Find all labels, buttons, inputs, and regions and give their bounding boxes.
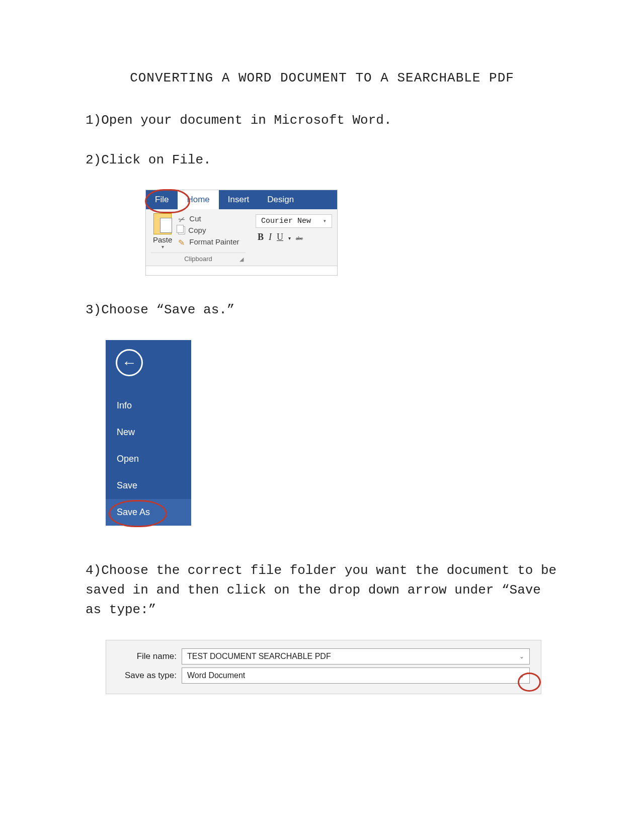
- step-4: 4)Choose the correct file folder you wan…: [86, 561, 558, 620]
- backstage-save-as-label: Save As: [117, 507, 150, 517]
- backstage-save-as[interactable]: Save As: [106, 499, 191, 526]
- paste-button[interactable]: Paste ▾: [151, 213, 174, 249]
- save-dialog-screenshot: File name: TEST DOCUMENT SEARCHABLE PDF …: [106, 640, 541, 694]
- tab-file-label: File: [155, 195, 169, 205]
- tab-file[interactable]: File: [146, 190, 178, 209]
- step-3: 3)Choose “Save as.”: [86, 300, 558, 320]
- file-name-field[interactable]: TEST DOCUMENT SEARCHABLE PDF ⌄: [182, 648, 530, 664]
- font-name-value: Courier New: [261, 217, 311, 225]
- paste-label: Paste: [153, 235, 172, 244]
- ribbon-tabs: File Home Insert Design: [146, 190, 337, 209]
- copy-icon: [178, 226, 185, 234]
- backstage-menu-screenshot: ← Info New Open Save Save As: [106, 340, 191, 526]
- back-arrow-button[interactable]: ←: [116, 349, 143, 376]
- save-as-type-label: Save as type:: [106, 671, 182, 681]
- file-name-value: TEST DOCUMENT SEARCHABLE PDF: [187, 652, 331, 661]
- chevron-down-icon: ▾: [323, 217, 327, 225]
- ribbon-body: Paste ▾ ✂ Cut Copy ✎: [146, 209, 337, 266]
- font-name-dropdown[interactable]: Courier New ▾: [256, 214, 332, 228]
- italic-button[interactable]: I: [269, 232, 272, 242]
- format-painter-button[interactable]: ✎ Format Painter: [178, 237, 239, 246]
- cut-button[interactable]: ✂ Cut: [178, 214, 239, 223]
- ruler: [146, 266, 337, 275]
- save-as-type-value: Word Document: [187, 671, 245, 680]
- backstage-open[interactable]: Open: [106, 446, 191, 472]
- backstage-new[interactable]: New: [106, 419, 191, 446]
- file-name-label: File name:: [106, 651, 182, 661]
- step-1: 1)Open your document in Microsoft Word.: [86, 111, 558, 130]
- backstage-info[interactable]: Info: [106, 392, 191, 419]
- clipboard-group: Paste ▾ ✂ Cut Copy ✎: [151, 213, 246, 264]
- tab-design[interactable]: Design: [258, 190, 303, 209]
- clipboard-group-label: Clipboard ◢: [151, 253, 246, 264]
- strikethrough-button[interactable]: abc: [296, 235, 303, 241]
- page-title: CONVERTING A WORD DOCUMENT TO A SEARCHAB…: [86, 70, 558, 86]
- copy-button[interactable]: Copy: [178, 226, 239, 234]
- brush-icon: ✎: [178, 238, 186, 246]
- underline-dropdown-icon[interactable]: ▾: [288, 235, 291, 241]
- bold-button[interactable]: B: [258, 232, 264, 242]
- paste-dropdown-icon[interactable]: ▾: [162, 244, 164, 249]
- save-as-type-field[interactable]: Word Document ⌄: [182, 668, 530, 684]
- dialog-launcher-icon[interactable]: ◢: [239, 256, 244, 263]
- word-ribbon-screenshot: File Home Insert Design Paste ▾ ✂: [146, 190, 337, 275]
- backstage-save[interactable]: Save: [106, 472, 191, 499]
- step-2: 2)Click on File.: [86, 150, 558, 170]
- format-painter-label: Format Painter: [189, 237, 239, 246]
- font-group: Courier New ▾ B I U ▾ abc: [256, 213, 332, 264]
- back-arrow-icon: ←: [122, 354, 137, 371]
- tab-home[interactable]: Home: [178, 190, 218, 209]
- copy-label: Copy: [188, 226, 206, 234]
- cut-label: Cut: [189, 214, 201, 223]
- scissors-icon: ✂: [177, 213, 188, 224]
- tab-insert[interactable]: Insert: [219, 190, 259, 209]
- chevron-down-icon[interactable]: ⌄: [519, 653, 524, 660]
- chevron-down-icon[interactable]: ⌄: [519, 672, 524, 679]
- paste-icon: [153, 213, 172, 234]
- underline-button[interactable]: U: [277, 232, 283, 242]
